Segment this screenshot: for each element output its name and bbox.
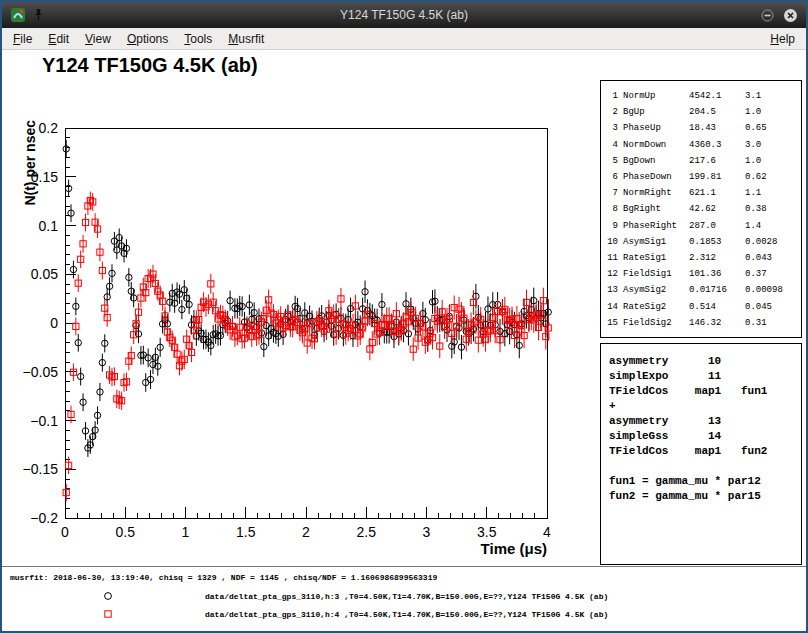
param-number: 10 [607,234,623,250]
param-number: 13 [607,282,623,298]
param-number: 9 [607,218,623,234]
param-value: 4360.3 [689,137,745,153]
param-error: 0.38 [745,201,797,217]
param-value: 287.0 [689,218,745,234]
menu-musrfit[interactable]: Musrfit [220,29,272,49]
param-row: 4 NormDown 4360.3 3.0 [607,137,797,153]
param-value: 199.81 [689,169,745,185]
minimize-icon [761,9,774,22]
root-canvas: Y124 TF150G 4.5K (ab) 00.511.522.533.54−… [2,50,806,631]
legend-label: data/deltat_pta_gps_3110,h:4 ,T0=4.50K,T… [205,610,608,619]
legend-label: data/deltat_pta_gps_3110,h:3 ,T0=4.50K,T… [205,592,608,601]
x-tick-label: 4 [543,524,551,540]
param-value: 621.1 [689,185,745,201]
param-error: 3.0 [745,137,797,153]
series-square-points [63,192,551,502]
param-error: 0.0028 [745,234,797,250]
app-icon [10,7,26,23]
param-row: 10 AsymSig1 0.1853 0.0028 [607,234,797,250]
fit-parameters-box: 1 NormUp 4542.1 3.1 2 BgUp 204.5 1.0 3 P… [600,80,802,338]
menu-options[interactable]: Options [119,29,176,49]
fit-status-line: musrfit: 2018-06-30, 13:19:40, chisq = 1… [10,573,437,582]
close-icon [783,8,798,23]
param-value: 0.514 [689,299,745,315]
x-tick-label: 0.5 [116,524,136,540]
param-error: 0.31 [745,315,797,331]
y-tick-label: 0.1 [39,218,59,234]
x-tick-label: 3 [423,524,431,540]
y-tick-label: 0.2 [39,120,59,136]
param-number: 4 [607,137,623,153]
x-tick-label: 1 [182,524,190,540]
param-number: 1 [607,88,623,104]
titlebar[interactable]: Y124 TF150G 4.5K (ab) [2,2,806,28]
param-number: 5 [607,153,623,169]
param-error: 0.37 [745,266,797,282]
param-value: 18.43 [689,120,745,136]
musrview-window: Y124 TF150G 4.5K (ab) File Edit View Opt… [0,0,808,633]
param-name: BgDown [623,153,689,169]
param-error: 0.65 [745,120,797,136]
param-name: NormUp [623,88,689,104]
param-number: 2 [607,104,623,120]
menu-view[interactable]: View [77,29,119,49]
param-name: PhaseDown [623,169,689,185]
x-tick-label: 1.5 [236,524,256,540]
square-marker-icon [102,608,114,620]
musr-plot[interactable]: 00.511.522.533.54−0.2−0.15−0.1−0.0500.05… [2,50,602,610]
param-name: FieldSig2 [623,315,689,331]
x-axis-title: Time (μs) [481,540,547,557]
param-value: 0.01716 [689,282,745,298]
param-row: 7 NormRight 621.1 1.1 [607,185,797,201]
minimize-button[interactable] [761,9,774,22]
theory-text: asymmetry 10 simplExpo 11 TFieldCos map1… [609,354,793,504]
param-value: 0.1853 [689,234,745,250]
param-name: AsymSig2 [623,282,689,298]
pin-icon[interactable] [33,8,44,22]
footer-divider [2,566,806,567]
param-error: 1.0 [745,104,797,120]
param-row: 3 PhaseUp 18.43 0.65 [607,120,797,136]
param-number: 7 [607,185,623,201]
menu-tools[interactable]: Tools [176,29,220,49]
param-error: 0.00098 [745,282,797,298]
param-number: 6 [607,169,623,185]
circle-marker-icon [102,590,114,602]
param-value: 101.36 [689,266,745,282]
param-row: 9 PhaseRight 287.0 1.4 [607,218,797,234]
param-row: 8 BgRight 42.62 0.38 [607,201,797,217]
param-name: NormDown [623,137,689,153]
menu-file[interactable]: File [5,29,40,49]
menu-help[interactable]: Help [762,29,803,49]
y-tick-label: −0.15 [23,461,59,477]
param-number: 8 [607,201,623,217]
param-name: FieldSig1 [623,266,689,282]
param-error: 1.4 [745,218,797,234]
param-value: 217.6 [689,153,745,169]
param-error: 0.62 [745,169,797,185]
param-error: 3.1 [745,88,797,104]
series-circle-points [63,140,551,457]
param-name: RateSig2 [623,299,689,315]
x-tick-label: 2 [302,524,310,540]
theory-box: asymmetry 10 simplExpo 11 TFieldCos map1… [600,343,802,565]
y-tick-label: 0.05 [31,266,58,282]
close-button[interactable] [783,8,798,23]
param-error: 0.045 [745,299,797,315]
param-error: 1.1 [745,185,797,201]
param-row: 5 BgDown 217.6 1.0 [607,153,797,169]
param-name: PhaseRight [623,218,689,234]
menu-edit[interactable]: Edit [40,29,77,49]
param-number: 3 [607,120,623,136]
y-tick-label: −0.1 [30,413,58,429]
param-row: 13 AsymSig2 0.01716 0.00098 [607,282,797,298]
param-error: 1.0 [745,153,797,169]
param-name: NormRight [623,185,689,201]
param-number: 15 [607,315,623,331]
window-title: Y124 TF150G 4.5K (ab) [2,8,806,22]
x-tick-label: 2.5 [357,524,377,540]
param-value: 204.5 [689,104,745,120]
y-tick-label: −0.2 [30,510,58,526]
y-axis-title: N(t) per nsec [22,120,38,206]
y-tick-label: 0 [50,315,58,331]
